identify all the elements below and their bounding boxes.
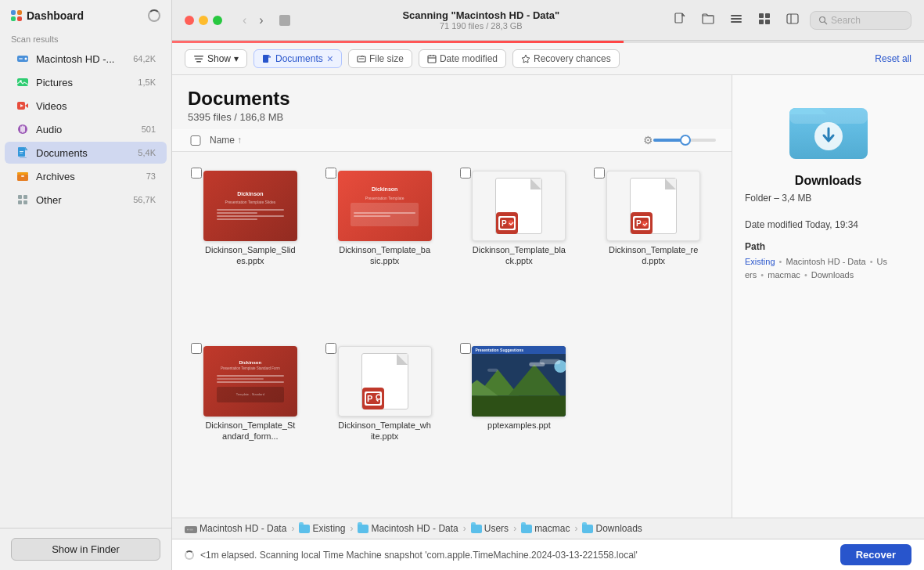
- filesize-label: File size: [369, 53, 404, 64]
- dashboard-icon: [11, 10, 22, 21]
- svg-marker-6: [25, 103, 28, 108]
- window-subtitle: 71 190 files / 28,3 GB: [301, 21, 661, 31]
- filter-toolbar: Show ▾ Documents × File size Date modifi…: [172, 43, 924, 75]
- search-bar[interactable]: Search: [810, 11, 911, 30]
- breadcrumb-item[interactable]: Downloads: [582, 523, 642, 534]
- content-area: Documents 5395 files / 186,8 MB Name ↑ ⚙: [172, 75, 924, 518]
- status-bar: <1m elapsed. Scanning local Time Machine…: [172, 539, 924, 570]
- list-item[interactable]: P Dickinson_Template_white.pptx: [322, 340, 448, 506]
- svg-point-65: [187, 529, 189, 531]
- breadcrumb-item[interactable]: Macintosh HD - Data: [185, 523, 286, 534]
- select-all-checkbox[interactable]: [188, 135, 203, 146]
- titlebar-actions: Search: [669, 9, 911, 31]
- svg-rect-10: [20, 157, 27, 158]
- svg-text:P: P: [636, 219, 642, 228]
- new-doc-button[interactable]: [669, 9, 691, 31]
- folder-type: Folder – 3,4 MB: [745, 193, 911, 204]
- show-filter-button[interactable]: Show ▾: [185, 49, 247, 68]
- folder-button[interactable]: [697, 9, 719, 31]
- path-item-macmac: macmac: [768, 270, 800, 280]
- path-section: Path Existing • Macintosh HD - Data • Us…: [745, 241, 911, 281]
- sidebar-item-macintosh-hd[interactable]: Macintosh HD -... 64,2K: [5, 48, 167, 70]
- folder-icon: [582, 525, 593, 533]
- stop-button[interactable]: [279, 15, 290, 26]
- name-column-header[interactable]: Name ↑: [210, 135, 635, 146]
- back-button[interactable]: ‹: [238, 12, 251, 29]
- file-checkbox[interactable]: [460, 343, 471, 354]
- documents-filter-close[interactable]: ×: [327, 53, 333, 64]
- list-item[interactable]: P Dickinson_Template_red.pptx: [591, 164, 716, 330]
- sidebar-item-documents-count: 5,4K: [138, 148, 156, 157]
- svg-rect-33: [195, 59, 203, 60]
- svg-rect-61: [789, 108, 868, 124]
- file-checkbox[interactable]: [191, 343, 202, 354]
- list-view-button[interactable]: [725, 9, 747, 31]
- file-grid: Dickinson Presentation Template Slides D…: [172, 152, 732, 518]
- svg-rect-37: [428, 56, 436, 63]
- svg-rect-16: [18, 195, 22, 199]
- traffic-light-close[interactable]: [185, 16, 194, 25]
- file-checkbox[interactable]: [594, 168, 605, 179]
- reset-all-button[interactable]: Reset all: [875, 53, 911, 64]
- svg-rect-15: [21, 175, 24, 177]
- list-item[interactable]: P Dickinson_Template_black.pptx: [457, 164, 582, 330]
- pictures-icon: [16, 75, 30, 89]
- hd-icon: [16, 52, 30, 66]
- forward-button[interactable]: ›: [254, 12, 268, 29]
- svg-rect-57: [540, 359, 561, 364]
- breadcrumb-item[interactable]: Existing: [299, 523, 345, 534]
- list-item[interactable]: Dickinson Presentation Template Standard…: [188, 340, 313, 506]
- list-item[interactable]: Presentation Suggestions: [457, 340, 582, 506]
- sidebar-toggle-button[interactable]: [782, 9, 804, 31]
- breadcrumb-item[interactable]: macmac: [521, 523, 570, 534]
- recover-button[interactable]: Recover: [840, 544, 911, 565]
- breadcrumb-macintosh-hd2: Macintosh HD - Data: [371, 523, 458, 534]
- file-checkbox[interactable]: [325, 168, 336, 179]
- svg-rect-17: [23, 195, 27, 199]
- zoom-slider[interactable]: [653, 139, 716, 142]
- list-item[interactable]: Dickinson Presentation Template Slides D…: [188, 164, 313, 330]
- svg-rect-27: [765, 20, 770, 24]
- file-checkbox[interactable]: [191, 168, 202, 179]
- right-panel: Downloads Folder – 3,4 MB Date modified …: [732, 75, 924, 518]
- column-filter-icon[interactable]: ⚙: [643, 134, 653, 146]
- show-in-finder-button[interactable]: Show in Finder: [11, 538, 160, 561]
- breadcrumb-item[interactable]: Macintosh HD - Data: [358, 523, 458, 534]
- documents-icon: [16, 146, 30, 160]
- breadcrumb-downloads: Downloads: [595, 523, 642, 534]
- sidebar-item-other[interactable]: Other 56,7K: [5, 189, 167, 211]
- file-thumbnail: Dickinson Presentation Template Slides: [203, 171, 297, 241]
- date-modified-value: Today, 19:34: [805, 219, 858, 230]
- sidebar-item-audio[interactable]: Audio 501: [5, 118, 167, 140]
- sidebar-item-other-label: Other: [36, 194, 128, 206]
- sidebar-item-macintosh-label: Macintosh HD -...: [36, 53, 128, 65]
- breadcrumb-macintosh-hd: Macintosh HD - Data: [200, 523, 286, 534]
- file-grid-section: Documents 5395 files / 186,8 MB Name ↑ ⚙: [172, 75, 732, 518]
- documents-filter-tag[interactable]: Documents ×: [253, 49, 342, 68]
- page-header: Documents 5395 files / 186,8 MB: [172, 75, 732, 129]
- sidebar-item-videos[interactable]: Videos: [5, 95, 167, 117]
- grid-view-button[interactable]: [753, 9, 775, 31]
- svg-rect-26: [759, 20, 764, 24]
- breadcrumb-item[interactable]: Users: [471, 523, 509, 534]
- sidebar-item-documents[interactable]: Documents 5,4K: [5, 142, 167, 164]
- traffic-light-minimize[interactable]: [199, 16, 208, 25]
- name-label: Name: [210, 135, 235, 146]
- date-modified-filter-button[interactable]: Date modified: [419, 49, 506, 68]
- traffic-light-maximize[interactable]: [213, 16, 222, 25]
- svg-rect-12: [20, 153, 23, 153]
- svg-rect-35: [263, 55, 268, 63]
- file-checkbox[interactable]: [460, 168, 471, 179]
- file-thumbnail: P: [338, 346, 432, 417]
- sidebar-item-pictures[interactable]: Pictures 1,5K: [5, 71, 167, 93]
- sidebar-spinner: [148, 9, 160, 22]
- path-item-ers: ers: [745, 270, 757, 280]
- sidebar-item-archives[interactable]: Archives 73: [5, 165, 167, 187]
- svg-rect-22: [731, 18, 742, 20]
- filesize-filter-button[interactable]: File size: [348, 49, 412, 68]
- recovery-chances-filter-button[interactable]: Recovery chances: [512, 49, 620, 68]
- svg-rect-14: [17, 172, 28, 175]
- list-item[interactable]: Dickinson Presentation Template Dickinso…: [322, 164, 448, 330]
- file-thumbnail: P: [606, 171, 700, 241]
- file-checkbox[interactable]: [325, 343, 336, 354]
